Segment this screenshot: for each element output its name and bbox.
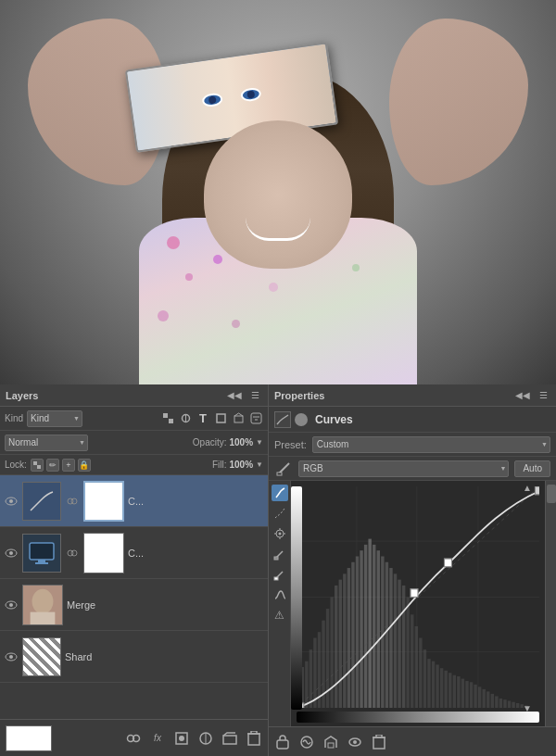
type-icon[interactable]: T	[196, 411, 210, 426]
layer-eye-curves[interactable]	[4, 494, 19, 509]
layer-item-merge[interactable]: Merge	[0, 579, 268, 631]
svg-rect-10	[37, 465, 41, 469]
svg-rect-108	[499, 699, 502, 708]
svg-rect-80	[381, 556, 384, 708]
svg-rect-0	[163, 413, 168, 418]
layer-eye-monitor[interactable]	[4, 546, 19, 561]
kind-toolbar-icons: T	[160, 411, 263, 426]
lock-position-icon[interactable]: ✏	[46, 459, 59, 472]
layers-menu-icon[interactable]: ☰	[248, 389, 262, 401]
layer-chain-curves[interactable]	[65, 494, 80, 509]
svg-point-26	[32, 588, 54, 613]
curves-smooth-tool[interactable]	[272, 586, 288, 603]
svg-rect-83	[394, 573, 397, 708]
link-layers-icon[interactable]	[125, 730, 142, 747]
lock-artboard-icon[interactable]: +	[62, 459, 75, 472]
shape-icon[interactable]	[213, 411, 228, 426]
svg-point-17	[9, 551, 13, 555]
curves-down-arrow: ▼	[523, 703, 532, 713]
layers-collapse-icon[interactable]: ◀◀	[224, 389, 245, 401]
smile	[246, 218, 310, 241]
curves-graph-container[interactable]: ▲ ▼	[291, 481, 545, 726]
adjustment-icon[interactable]	[178, 411, 193, 426]
props-delete-icon[interactable]	[371, 734, 387, 750]
svg-point-12	[9, 499, 13, 503]
layer-item-monitor[interactable]: C...	[0, 527, 268, 579]
fill-label: Fill:	[212, 460, 227, 470]
svg-rect-43	[277, 472, 282, 475]
layer-name-merge: Merge	[67, 599, 264, 611]
eyedropper-sample-icon[interactable]	[272, 525, 288, 542]
curves-scrollbar[interactable]	[545, 481, 556, 726]
curves-scroll-thumb[interactable]	[547, 485, 556, 503]
svg-rect-87	[411, 614, 413, 708]
photo-canvas	[0, 0, 556, 384]
preset-select[interactable]: Custom Default Strong Contrast Linear Co…	[312, 436, 550, 453]
auto-button[interactable]: Auto	[514, 460, 550, 477]
svg-point-124	[353, 740, 357, 744]
layers-panel-title: Layers	[6, 390, 38, 401]
props-icon-3[interactable]	[322, 734, 339, 750]
properties-title: Properties	[274, 390, 324, 401]
layer-eye-merge[interactable]	[4, 598, 19, 612]
opacity-arrow[interactable]: ▼	[256, 438, 263, 447]
fill-value: 100%	[230, 460, 254, 470]
channel-select[interactable]: RGB Red Green Blue	[298, 460, 509, 477]
warning-icon[interactable]: ⚠	[272, 607, 288, 624]
svg-rect-104	[482, 689, 485, 708]
layers-toolbar-kind: Kind Kind Name Effect Mode Attribute Col…	[0, 407, 268, 431]
props-icon-1[interactable]	[274, 734, 291, 750]
layer-item-curves[interactable]: C...	[0, 475, 268, 527]
svg-rect-120	[277, 740, 288, 749]
fill-arrow[interactable]: ▼	[256, 460, 263, 469]
svg-point-33	[179, 736, 184, 741]
adjustment-bottom-icon[interactable]	[197, 730, 214, 747]
svg-rect-62	[305, 662, 308, 708]
svg-rect-100	[465, 681, 468, 708]
props-collapse-icon[interactable]: ◀◀	[512, 389, 533, 401]
filter-icon[interactable]	[248, 411, 263, 426]
curves-select-tool[interactable]	[272, 485, 288, 501]
svg-rect-125	[373, 737, 385, 749]
svg-rect-68	[330, 598, 333, 709]
svg-rect-37	[248, 734, 259, 745]
layer-chain-monitor[interactable]	[65, 546, 80, 561]
pixel-icon[interactable]	[160, 411, 175, 426]
props-eye-icon[interactable]	[347, 734, 363, 750]
svg-point-29	[9, 655, 13, 659]
svg-rect-94	[440, 668, 443, 708]
group-icon[interactable]	[221, 730, 238, 747]
layer-eye-shard[interactable]	[4, 649, 19, 664]
svg-rect-98	[457, 676, 460, 708]
layer-item-shard[interactable]: Shard	[0, 631, 268, 683]
svg-rect-1	[169, 419, 173, 423]
curves-type-icon[interactable]	[274, 411, 291, 428]
layers-panel-header: Layers ◀◀ ☰	[0, 384, 268, 407]
svg-rect-5	[234, 416, 243, 422]
eye-left	[201, 92, 223, 107]
delete-layer-icon[interactable]	[246, 730, 262, 747]
eyedropper-gray-icon[interactable]	[272, 546, 288, 562]
opacity-value: 100%	[230, 437, 254, 447]
eyedropper-white-icon[interactable]	[272, 566, 288, 583]
svg-rect-51	[274, 557, 278, 560]
smart-object-icon[interactable]	[231, 411, 246, 426]
blend-mode-select[interactable]: Normal Dissolve Multiply Screen Overlay …	[5, 435, 88, 451]
svg-rect-84	[398, 580, 400, 708]
eyedropper-black-icon[interactable]	[274, 460, 293, 478]
props-menu-icon[interactable]: ☰	[537, 389, 550, 401]
channel-row: RGB Red Green Blue ▼ Auto	[269, 457, 556, 481]
mask-icon[interactable]	[173, 730, 190, 747]
svg-rect-86	[406, 598, 409, 709]
fx-icon[interactable]: fx	[149, 730, 166, 747]
svg-rect-116	[444, 559, 451, 567]
layers-toolbar-blend: Normal Dissolve Multiply Screen Overlay …	[0, 431, 268, 455]
curves-draw-tool[interactable]	[272, 505, 288, 522]
svg-rect-101	[470, 682, 473, 708]
kind-select[interactable]: Kind Name Effect Mode Attribute Color Sm…	[27, 410, 82, 427]
props-icon-2[interactable]	[298, 734, 315, 750]
lock-all-icon[interactable]: 🔒	[78, 459, 91, 472]
lock-pixels-icon[interactable]	[31, 459, 44, 472]
svg-rect-88	[415, 626, 418, 708]
curves-tools: ⚠	[269, 481, 291, 726]
